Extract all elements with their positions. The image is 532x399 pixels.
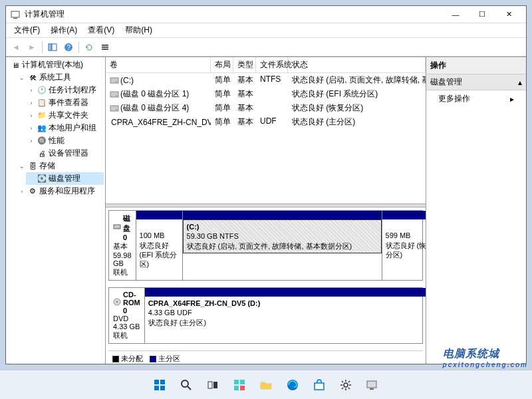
svg-rect-17: [114, 225, 120, 229]
expand-icon[interactable]: ›: [18, 188, 26, 195]
mmc-running-icon[interactable]: [361, 374, 384, 396]
drive-icon: [113, 298, 121, 307]
tree-event-viewer[interactable]: ›📋事件查看器: [26, 96, 104, 109]
svg-point-25: [182, 380, 188, 387]
edge-icon[interactable]: [281, 374, 304, 396]
start-button[interactable]: [148, 374, 171, 396]
volume-list[interactable]: 卷 布局 类型 文件系统 状态 (C:)简单基本NTFS状态良好 (启动, 页面…: [106, 57, 426, 203]
svg-point-10: [116, 81, 117, 82]
collapse-icon: ▴: [518, 78, 522, 87]
maximize-button[interactable]: ☐: [469, 6, 495, 23]
svg-rect-9: [110, 78, 118, 83]
drive-icon: [113, 223, 121, 232]
settings-list-button[interactable]: [98, 40, 112, 55]
svg-rect-28: [213, 382, 217, 388]
expand-icon[interactable]: ›: [27, 138, 35, 144]
svg-rect-1: [13, 18, 17, 19]
widgets-icon[interactable]: [228, 374, 251, 396]
svg-rect-32: [240, 386, 245, 390]
device-icon: 🖨: [37, 149, 47, 158]
forward-button[interactable]: ►: [25, 40, 39, 55]
show-hide-tree-button[interactable]: [45, 40, 60, 55]
users-icon: 👥: [37, 124, 47, 133]
tree-local-users[interactable]: ›👥本地用户和组: [26, 122, 104, 134]
drive-icon: [110, 76, 119, 84]
expand-icon[interactable]: ›: [27, 100, 35, 106]
services-icon: ⚙: [27, 187, 38, 196]
menu-file[interactable]: 文件(F): [9, 23, 45, 37]
volume-row[interactable]: (磁盘 0 磁盘分区 1)简单基本状态良好 (EFI 系统分区): [106, 87, 426, 101]
volume-row[interactable]: (C:)简单基本NTFS状态良好 (启动, 页面文件, 故障转储, 基本数据分区…: [106, 73, 426, 87]
legend: 未分配 主分区: [108, 350, 423, 364]
tree-system-tools[interactable]: ⌄🛠系统工具: [17, 71, 104, 84]
partition-stripe: [136, 211, 182, 219]
partition[interactable]: 599 MB状态良好 (恢复分区): [382, 211, 426, 280]
volume-row[interactable]: CPRA_X64FRE_ZH-CN_DV5 (D:)简单基本UDF状态良好 (主…: [106, 115, 426, 129]
titlebar[interactable]: 计算机管理 — ☐ ✕: [6, 6, 526, 23]
disk-row: 磁盘 0基本59.98 GB联机100 MB状态良好 (EFI 系统分区)(C:…: [108, 210, 423, 281]
store-icon[interactable]: [308, 374, 331, 396]
disk-graphical-pane: 磁盘 0基本59.98 GB联机100 MB状态良好 (EFI 系统分区)(C:…: [106, 207, 426, 364]
tree-device-manager[interactable]: 🖨设备管理器: [26, 147, 104, 160]
tree-disk-management[interactable]: 💽磁盘管理: [26, 172, 104, 185]
tree-performance[interactable]: ›🔘性能: [26, 134, 104, 147]
expand-icon[interactable]: ›: [27, 125, 35, 132]
svg-rect-0: [11, 11, 19, 17]
collapse-icon[interactable]: ⌄: [18, 163, 26, 170]
svg-rect-30: [240, 380, 245, 384]
back-button[interactable]: ◄: [9, 40, 23, 55]
collapse-icon[interactable]: ⌄: [18, 74, 26, 81]
svg-rect-27: [208, 382, 212, 388]
taskview-icon[interactable]: [201, 374, 224, 396]
partition-stripe: [183, 211, 382, 219]
refresh-button[interactable]: [82, 40, 96, 55]
watermark: 电脑系统城 pcxitongcheng.com: [443, 347, 528, 368]
svg-rect-36: [367, 381, 376, 388]
volume-row[interactable]: (磁盘 0 磁盘分区 4)简单基本状态良好 (恢复分区): [106, 101, 426, 115]
close-button[interactable]: ✕: [495, 6, 522, 23]
svg-rect-37: [370, 388, 374, 390]
col-status[interactable]: 状态: [288, 57, 426, 72]
menu-view[interactable]: 查看(V): [82, 23, 120, 37]
col-fs[interactable]: 文件系统: [256, 57, 288, 72]
body-panes: 🖥计算机管理(本地) ⌄🛠系统工具 ›🕐任务计划程序 ›📋事件查看器 ›📁共享文…: [6, 57, 526, 364]
disk-icon: 💽: [37, 174, 47, 184]
svg-rect-11: [110, 92, 118, 97]
settings-icon[interactable]: [334, 374, 357, 396]
action-more[interactable]: 更多操作▸: [426, 90, 526, 107]
partition[interactable]: CPRA_X64FRE_ZH-CN_DV5 (D:)4.33 GB UDF状态良…: [145, 288, 426, 343]
help-button[interactable]: ?: [61, 40, 76, 55]
col-type[interactable]: 类型: [233, 57, 256, 72]
tree-task-scheduler[interactable]: ›🕐任务计划程序: [26, 84, 104, 96]
window-title: 计算机管理: [25, 9, 65, 20]
svg-rect-29: [234, 380, 239, 384]
partition[interactable]: (C:)59.30 GB NTFS状态良好 (启动, 页面文件, 故障转储, 基…: [183, 211, 382, 280]
menubar: 文件(F) 操作(A) 查看(V) 帮助(H): [6, 23, 526, 38]
disk-info[interactable]: 磁盘 0基本59.98 GB联机: [109, 211, 136, 280]
svg-rect-3: [52, 44, 57, 51]
expand-icon[interactable]: ›: [27, 112, 35, 119]
disk-info[interactable]: CD-ROM 0DVD4.33 GB联机: [109, 288, 145, 343]
taskbar[interactable]: [0, 370, 532, 399]
actions-section[interactable]: 磁盘管理▴: [426, 74, 526, 90]
svg-rect-31: [234, 386, 239, 390]
partition-stripe: [145, 288, 426, 297]
svg-rect-8: [102, 49, 108, 50]
menu-action[interactable]: 操作(A): [45, 23, 82, 37]
search-icon[interactable]: [175, 374, 198, 396]
expand-icon[interactable]: ›: [27, 87, 35, 94]
col-volume[interactable]: 卷: [106, 57, 211, 72]
col-layout[interactable]: 布局: [211, 57, 233, 72]
partition-stripe: [382, 211, 426, 219]
svg-rect-23: [154, 386, 159, 390]
svg-rect-24: [160, 386, 165, 390]
tree-root[interactable]: 🖥计算机管理(本地): [7, 59, 104, 71]
tree-storage[interactable]: ⌄🗄存储: [17, 160, 104, 172]
tree-services-apps[interactable]: ›⚙服务和应用程序: [17, 185, 104, 198]
explorer-icon[interactable]: [255, 374, 277, 396]
partition[interactable]: 100 MB状态良好 (EFI 系统分区): [136, 211, 183, 280]
minimize-button[interactable]: —: [442, 6, 469, 23]
menu-help[interactable]: 帮助(H): [120, 23, 158, 37]
svg-line-26: [188, 386, 191, 390]
tree-shared-folders[interactable]: ›📁共享文件夹: [26, 109, 104, 122]
